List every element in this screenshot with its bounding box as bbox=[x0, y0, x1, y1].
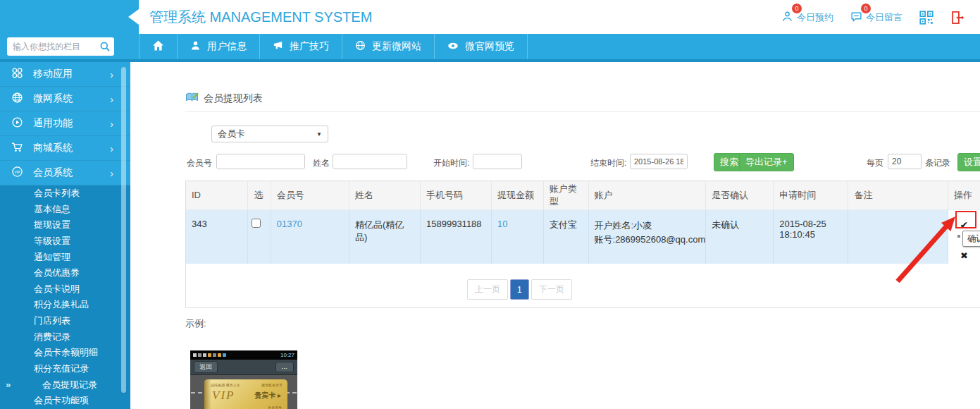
pagination-page-1[interactable]: 1 bbox=[510, 279, 529, 300]
submenu-item[interactable]: 会员卡说明 bbox=[0, 281, 130, 298]
submenu-item[interactable]: 通知管理 bbox=[0, 250, 130, 266]
card-brand: VIP bbox=[212, 389, 235, 403]
tooltip-pointer bbox=[957, 235, 960, 238]
top-header: 管理系统 MANAGEMENT SYSTEM 今日预约 0 今日留言 0 bbox=[0, 0, 980, 34]
submenu-item[interactable]: 积分兑换礼品 bbox=[0, 297, 130, 313]
sidebar-item-member-system[interactable]: VIP 会员系统 › bbox=[0, 161, 130, 185]
nav-promotion-tips-label: 推广技巧 bbox=[290, 40, 329, 53]
logo-block bbox=[0, 0, 139, 34]
cell-phone: 15899931188 bbox=[421, 209, 492, 264]
sidebar-item-micro-site[interactable]: 微网系统 › bbox=[0, 87, 130, 111]
col-header-phone: 手机号码 bbox=[421, 181, 492, 209]
name-input[interactable] bbox=[333, 154, 407, 169]
submenu-item[interactable]: 积分充值记录 bbox=[0, 361, 130, 377]
member-no-input[interactable] bbox=[216, 154, 305, 169]
nav-update-site-label: 更新微网站 bbox=[372, 40, 421, 53]
nav-promotion-tips[interactable]: 推广技巧 bbox=[260, 34, 342, 59]
today-appointments-label: 今日预约 bbox=[797, 11, 833, 24]
export-button[interactable]: 导出记录+ bbox=[739, 153, 794, 171]
sidebar-scrollbar[interactable] bbox=[121, 67, 126, 393]
nav-user-info[interactable]: 用户信息 bbox=[178, 34, 260, 59]
submenu-item[interactable]: 等级设置 bbox=[0, 233, 130, 250]
nav-items: 用户信息 推广技巧 更新微网站 微官网预览 bbox=[139, 34, 528, 59]
chevron-right-icon: › bbox=[110, 167, 113, 179]
row-select-checkbox[interactable] bbox=[252, 219, 261, 228]
submenu-item[interactable]: 会员卡列表 bbox=[0, 185, 130, 202]
submenu-item[interactable]: 消费记录 bbox=[0, 329, 130, 346]
chevron-down-icon: ▼ bbox=[316, 131, 322, 138]
card-slogan: 品味格调·尊贵人生 bbox=[211, 383, 240, 387]
today-messages[interactable]: 今日留言 0 bbox=[850, 11, 903, 25]
person-outline-icon bbox=[781, 11, 793, 25]
card-type: 微导航会员卡 bbox=[261, 383, 283, 387]
member-no-label: 会员号 bbox=[187, 157, 212, 169]
logout-icon[interactable] bbox=[950, 11, 965, 25]
nav-update-site[interactable]: 更新微网站 bbox=[342, 34, 435, 59]
chat-bubble-icon bbox=[850, 11, 862, 25]
qr-code-icon[interactable] bbox=[919, 11, 934, 25]
cell-select bbox=[248, 209, 271, 264]
col-header-acct-type: 账户类型 bbox=[543, 181, 588, 209]
annotation-arrow bbox=[893, 214, 960, 284]
today-appointments[interactable]: 今日预约 0 bbox=[781, 11, 833, 25]
cell-confirmed: 未确认 bbox=[706, 209, 774, 264]
page-title: 会员提现列表 bbox=[185, 92, 263, 105]
submenu-item-active-withdraw-records[interactable]: » 会员提现记录 bbox=[0, 377, 130, 393]
status-icon bbox=[223, 353, 226, 357]
member-no-link[interactable]: 01370 bbox=[277, 219, 302, 229]
card-type-select[interactable]: 会员卡 ▼ bbox=[211, 126, 328, 142]
filter-bar: 会员号 姓名 开始时间: 结束时间: 搜索 导出记录+ 每页 条记录 设置 bbox=[185, 151, 980, 173]
col-header-apply-time: 申请时间 bbox=[774, 181, 848, 209]
card-title: 贵宾卡 ▸ bbox=[254, 391, 281, 401]
end-time-input[interactable] bbox=[630, 154, 688, 169]
submenu-item[interactable]: 门店列表 bbox=[0, 313, 130, 329]
submenu-item[interactable]: 提现设置 bbox=[0, 217, 130, 233]
submenu-item[interactable]: 会员卡功能项 bbox=[0, 393, 130, 409]
settings-button[interactable]: 设置 bbox=[957, 153, 980, 171]
person-icon bbox=[190, 40, 201, 53]
name-label: 姓名 bbox=[313, 157, 330, 169]
nav-site-preview[interactable]: 微官网预览 bbox=[435, 34, 528, 59]
confirm-tooltip: 确认 bbox=[962, 231, 980, 247]
nav-user-info-label: 用户信息 bbox=[207, 40, 247, 53]
status-icon bbox=[208, 353, 211, 357]
col-header-name: 姓名 bbox=[349, 181, 420, 209]
submenu-item[interactable]: 会员优惠券 bbox=[0, 265, 130, 281]
col-header-account: 账户 bbox=[588, 181, 706, 209]
cell-id: 343 bbox=[186, 209, 248, 264]
grid-icon bbox=[11, 67, 23, 81]
per-page-input[interactable] bbox=[888, 154, 922, 169]
sidebar-search bbox=[7, 37, 114, 56]
phone-body: 品味格调·尊贵人生 VIP 微导航会员卡 贵宾卡 ▸ 会员卡号 bbox=[190, 375, 297, 409]
start-time-input[interactable] bbox=[473, 154, 522, 169]
nav-site-preview-label: 微官网预览 bbox=[465, 40, 514, 53]
sidebar-search-input[interactable] bbox=[7, 37, 114, 56]
messages-badge: 0 bbox=[861, 4, 871, 13]
amount-link[interactable]: 10 bbox=[497, 219, 507, 229]
phone-status-bar: 10:27 bbox=[190, 350, 297, 360]
sidebar-item-mobile-app[interactable]: 移动应用 › bbox=[0, 62, 130, 87]
phone-preview-image: 10:27 返回 … 品味格调·尊贵人生 VIP 微导航会员卡 贵宾卡 ▸ 会员… bbox=[190, 350, 297, 409]
status-icon bbox=[198, 353, 201, 357]
search-icon[interactable] bbox=[99, 41, 111, 55]
withdraw-table: ID 选 会员号 姓名 手机号码 提现金额 账户类型 账户 是否确认 申请时间 … bbox=[185, 181, 980, 308]
cart-icon bbox=[11, 141, 23, 155]
col-header-remark: 备注 bbox=[848, 181, 948, 209]
title-divider bbox=[185, 111, 980, 112]
sidebar-item-mall-system[interactable]: 商城系统 › bbox=[0, 136, 130, 161]
play-circle-icon bbox=[11, 116, 23, 130]
eye-icon bbox=[447, 40, 459, 54]
col-header-member-no: 会员号 bbox=[271, 181, 349, 209]
sidebar-item-general-functions[interactable]: 通用功能 › bbox=[0, 111, 130, 136]
submenu-item[interactable]: 基本信息 bbox=[0, 202, 130, 218]
pagination-next[interactable]: 下一页 bbox=[531, 279, 572, 300]
start-time-label: 开始时间: bbox=[433, 157, 469, 169]
pagination-prev[interactable]: 上一页 bbox=[467, 279, 508, 300]
submenu-item[interactable]: 会员卡余额明细 bbox=[0, 345, 130, 361]
sidebar-item-label: 微网系统 bbox=[33, 92, 110, 105]
card-type-select-value: 会员卡 bbox=[218, 128, 245, 140]
nav-home[interactable] bbox=[139, 34, 178, 59]
col-header-actions: 操作 bbox=[948, 181, 980, 209]
sidebar-item-label: 移动应用 bbox=[33, 68, 110, 80]
chevron-right-icon: › bbox=[110, 93, 113, 105]
